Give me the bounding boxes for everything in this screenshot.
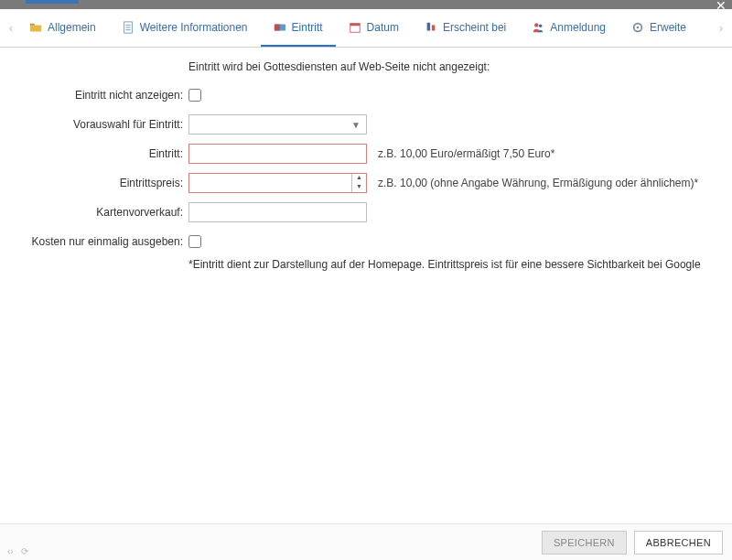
- tab-label: Eintritt: [292, 21, 323, 34]
- status-bar: ‹› ⟳: [7, 546, 28, 556]
- tab-label: Datum: [367, 21, 399, 34]
- label-eintritt-nicht-anzeigen: Eintritt nicht anzeigen:: [7, 89, 188, 102]
- calendar-icon: [349, 21, 361, 34]
- tab-erscheint-bei[interactable]: Erscheint bei: [412, 9, 519, 47]
- code-icon[interactable]: ‹›: [7, 546, 14, 556]
- tab-allgemein[interactable]: Allgemein: [16, 9, 109, 47]
- svg-rect-8: [427, 22, 431, 30]
- form-panel: Eintritt wird bei Gottesdiensten auf Web…: [0, 48, 732, 271]
- document-icon: [122, 21, 135, 34]
- hint-eintritt: z.B. 10,00 Euro/ermäßigt 7,50 Euro*: [378, 147, 554, 160]
- svg-point-13: [637, 26, 640, 28]
- label-eintrittspreis: Eintrittspreis:: [7, 177, 188, 189]
- svg-rect-7: [350, 23, 360, 26]
- tab-label: Anmeldung: [550, 21, 606, 34]
- titlebar-accent: [26, 0, 79, 4]
- close-icon[interactable]: ✕: [716, 0, 727, 13]
- svg-point-10: [534, 23, 538, 27]
- save-button[interactable]: SPEICHERN: [542, 531, 627, 555]
- label-kosten-einmalig: Kosten nur einmalig ausgeben:: [7, 235, 188, 248]
- hint-eintrittspreis: z.B. 10,00 (ohne Angabe Währung, Ermäßig…: [378, 177, 698, 189]
- tab-label: Erweite: [650, 21, 686, 34]
- svg-rect-9: [432, 25, 436, 30]
- tab-strip: ‹ Allgemein Weitere Informationen Eintri…: [0, 9, 732, 48]
- svg-point-11: [539, 24, 543, 27]
- svg-rect-5: [274, 24, 279, 30]
- tab-erweitert[interactable]: Erweite: [619, 9, 699, 47]
- tab-label: Erscheint bei: [443, 21, 506, 34]
- refresh-icon[interactable]: ⟳: [21, 546, 28, 556]
- cancel-button[interactable]: ABBRECHEN: [634, 531, 723, 555]
- tab-eintritt[interactable]: Eintritt: [261, 9, 336, 47]
- checkbox-kosten-einmalig[interactable]: [188, 235, 201, 248]
- input-kartenvorverkauf[interactable]: [188, 202, 367, 222]
- tab-label: Allgemein: [48, 21, 96, 34]
- spinner-up-icon[interactable]: ▲: [352, 174, 366, 183]
- spinner-eintrittspreis[interactable]: ▲ ▼: [188, 173, 367, 193]
- form-footnote: *Eintritt dient zur Darstellung auf der …: [188, 258, 725, 271]
- input-eintrittspreis-value[interactable]: [189, 174, 351, 192]
- tabs-container: Allgemein Weitere Informationen Eintritt…: [16, 9, 716, 47]
- input-eintritt[interactable]: [188, 144, 367, 164]
- ticket-icon: [274, 21, 286, 34]
- label-vorauswahl: Vorauswahl für Eintritt:: [7, 118, 188, 131]
- people-icon: [532, 21, 544, 34]
- checkbox-eintritt-nicht-anzeigen[interactable]: [188, 89, 201, 102]
- gear-icon: [631, 21, 644, 34]
- label-eintritt: Eintritt:: [7, 147, 188, 160]
- tab-anmeldung[interactable]: Anmeldung: [519, 9, 619, 47]
- dialog-footer: SPEICHERN ABBRECHEN: [0, 523, 732, 560]
- tab-datum[interactable]: Datum: [336, 9, 412, 47]
- label-kartenvorverkauf: Kartenvorverkauf:: [7, 206, 188, 219]
- spinner-down-icon[interactable]: ▼: [352, 183, 366, 192]
- tab-weitere-informationen[interactable]: Weitere Informationen: [109, 9, 261, 47]
- folder-icon: [29, 21, 42, 34]
- chevron-down-icon: ▼: [351, 120, 361, 130]
- dialog-titlebar: ✕: [0, 0, 732, 9]
- select-vorauswahl-eintritt[interactable]: ▼: [188, 114, 367, 135]
- tab-label: Weitere Informationen: [140, 21, 248, 34]
- tabs-scroll-left-icon[interactable]: ‹: [5, 22, 16, 35]
- form-intro-text: Eintritt wird bei Gottesdiensten auf Web…: [188, 60, 725, 73]
- tabs-scroll-right-icon[interactable]: ›: [716, 22, 727, 35]
- pin-icon: [425, 21, 437, 34]
